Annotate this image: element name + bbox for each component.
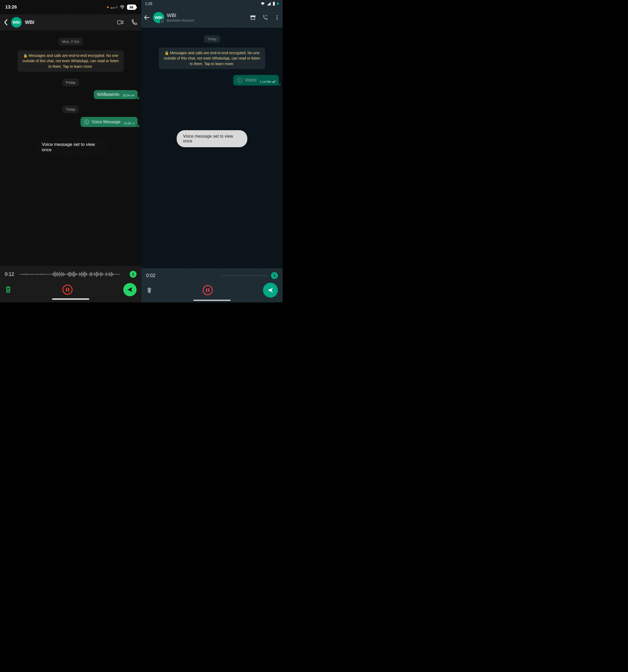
read-ticks-icon <box>271 80 276 83</box>
view-once-toggle[interactable]: 1 <box>130 271 137 278</box>
delete-recording-button[interactable] <box>5 286 12 293</box>
home-indicator[interactable] <box>52 298 89 300</box>
phone-ios: 13:26 96 WBI WBI <box>0 0 141 303</box>
chat-title[interactable]: WBI <box>25 20 114 25</box>
voicecall-icon[interactable] <box>131 19 138 26</box>
encryption-notice[interactable]: 🔒Messages and calls are end-to-end encry… <box>18 50 124 72</box>
privacy-indicator-dot <box>277 3 279 5</box>
lock-icon: 🔒 <box>165 51 169 55</box>
status-bar: 13:26 96 <box>0 0 141 14</box>
storefront-icon[interactable] <box>250 14 256 21</box>
voice-recorder-bar: 0:02 1 <box>141 268 283 303</box>
toast: Voice message set to view once <box>177 130 247 147</box>
pause-recording-button[interactable] <box>203 285 213 295</box>
business-badge-icon <box>160 19 165 24</box>
chat-header: WBI WBI Business Account <box>141 7 283 28</box>
back-button[interactable] <box>4 19 8 26</box>
svg-point-0 <box>122 8 122 9</box>
svg-rect-4 <box>273 2 275 6</box>
read-ticks-icon <box>131 94 135 97</box>
message-time: 13:26 <box>123 122 131 125</box>
view-once-icon: 1 <box>84 119 90 125</box>
chat-subtitle: Business Account <box>167 18 247 22</box>
overflow-menu-icon[interactable] <box>274 15 280 21</box>
chat-header: WBI WBI <box>0 14 141 30</box>
message-text: WABetaInfo <box>97 92 120 97</box>
date-chip: Today <box>204 35 220 43</box>
chat-area: Today 🔒Messages and calls are end-to-end… <box>141 28 283 87</box>
chat-titles[interactable]: WBI Business Account <box>167 13 247 22</box>
chat-area: Mon, 2 Oct 🔒Messages and calls are end-t… <box>0 30 141 128</box>
message-time: 1:19 PM <box>260 80 271 83</box>
status-time: 1:25 <box>145 2 152 6</box>
recording-indicator-dot <box>107 6 108 8</box>
cellular-icon <box>111 6 117 8</box>
avatar[interactable]: WBI <box>11 17 22 28</box>
voice-view-once-bubble[interactable]: 1 Voice 1:19 PM <box>233 75 279 86</box>
back-button[interactable] <box>143 14 150 21</box>
svg-rect-5 <box>273 2 274 2</box>
view-once-icon: 1 <box>237 77 243 83</box>
toast: Voice message set to view once <box>35 138 106 156</box>
add-call-icon[interactable] <box>262 14 268 21</box>
pause-recording-button[interactable] <box>63 285 73 295</box>
wifi-icon <box>120 5 125 9</box>
battery-icon: 96 <box>127 4 136 10</box>
date-chip: Today <box>63 105 79 113</box>
recording-timecode: 0:12 <box>5 271 17 277</box>
phone-android: 1:25 WBI WBI Business Account <box>141 0 283 303</box>
send-recording-button[interactable] <box>123 283 137 296</box>
waveform[interactable] <box>20 270 126 279</box>
sent-tick-icon <box>132 122 135 125</box>
svg-text:1: 1 <box>239 79 240 82</box>
avatar[interactable]: WBI <box>153 12 164 23</box>
voice-label: Voice <box>245 77 257 83</box>
status-time: 13:26 <box>5 4 17 10</box>
videocall-icon[interactable] <box>117 19 124 26</box>
delete-recording-button[interactable] <box>146 287 152 294</box>
svg-rect-1 <box>117 21 121 24</box>
svg-point-10 <box>276 19 277 20</box>
lock-icon: 🔒 <box>23 53 28 58</box>
status-bar: 1:25 <box>141 0 283 7</box>
gesture-bar[interactable] <box>193 300 231 301</box>
voice-label: Voice Message <box>92 120 121 124</box>
date-chip: Friday <box>62 79 79 86</box>
view-once-toggle[interactable]: 1 <box>271 272 278 279</box>
wifi-icon <box>260 2 265 6</box>
send-recording-button[interactable] <box>263 283 278 297</box>
encryption-notice[interactable]: 🔒Messages and calls are end-to-end encry… <box>159 48 265 69</box>
message-time: 20:34 <box>122 94 130 97</box>
cellular-icon <box>267 2 271 6</box>
message-bubble-outgoing[interactable]: WABetaInfo 20:34 <box>94 90 138 99</box>
voice-view-once-bubble[interactable]: 1 Voice Message 13:26 <box>80 117 138 127</box>
svg-text:1: 1 <box>86 121 88 124</box>
battery-icon <box>272 2 275 6</box>
svg-point-8 <box>276 16 277 17</box>
waveform-placeholder[interactable] <box>162 274 267 277</box>
chat-title: WBI <box>167 13 247 18</box>
svg-point-9 <box>276 17 277 18</box>
date-chip: Mon, 2 Oct <box>58 38 83 45</box>
recording-timecode: 0:02 <box>146 273 158 279</box>
voice-recorder-bar: 0:12 1 <box>0 266 141 303</box>
